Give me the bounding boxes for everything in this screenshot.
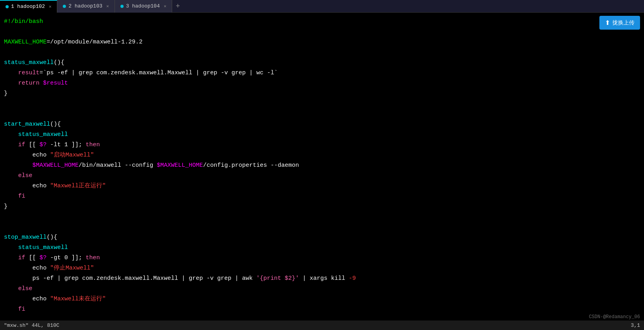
code-line-27: else <box>4 284 644 294</box>
tab-close-3[interactable]: ✕ <box>164 4 167 9</box>
upload-button[interactable]: ⬆ 拢换上传 <box>599 16 640 30</box>
code-line-2 <box>4 27 644 37</box>
code-line-16: else <box>4 171 644 181</box>
tab-hadoop104[interactable]: 3 hadoop104 ✕ <box>115 0 172 13</box>
code-line-13: if [[ $? -lt 1 ]]; then <box>4 140 644 150</box>
code-line-25: echo "停止Maxwell" <box>4 263 644 273</box>
code-line-1: #!/bin/bash <box>4 17 644 27</box>
tab-add-button[interactable]: + <box>172 0 183 13</box>
code-line-21 <box>4 222 644 232</box>
code-line-24: if [[ $? -gt 0 ]]; then <box>4 253 644 263</box>
tab-dot-1 <box>6 5 9 8</box>
status-position: 3,1 <box>631 322 640 328</box>
code-line-20 <box>4 212 644 222</box>
code-line-6: result=`ps -ef | grep com.zendesk.maxwel… <box>4 68 644 78</box>
code-line-3: MAXWELL_HOME=/opt/module/maxwell-1.29.2 <box>4 37 644 47</box>
code-line-5: status_maxwell(){ <box>4 58 644 68</box>
code-line-29: fi <box>4 304 644 315</box>
code-line-28: echo "Maxwell未在运行" <box>4 294 644 304</box>
status-file-info: "mxw.sh" 44L, 810C <box>4 322 59 328</box>
tab-bar: 1 hadoop102 ✕ 2 hadoop103 ✕ 3 hadoop104 … <box>0 0 644 13</box>
code-line-11: start_maxwell(){ <box>4 119 644 130</box>
code-line-7: return $result <box>4 78 644 89</box>
tab-dot-3 <box>120 5 124 8</box>
code-line-17: echo "Maxwell正在运行" <box>4 181 644 191</box>
status-bar: "mxw.sh" 44L, 810C 3,1 <box>0 321 644 330</box>
code-line-12: status_maxwell <box>4 130 644 140</box>
code-area: #!/bin/bash MAXWELL_HOME=/opt/module/max… <box>0 13 644 321</box>
code-line-10 <box>4 109 644 119</box>
upload-label: 拢换上传 <box>612 19 635 26</box>
code-line-8: } <box>4 89 644 99</box>
tab-close-1[interactable]: ✕ <box>49 4 52 9</box>
tab-hadoop103[interactable]: 2 hadoop103 ✕ <box>57 0 115 13</box>
tab-label-3: 3 hadoop104 <box>126 3 160 9</box>
watermark: CSDN-@Redamancy_06 <box>589 314 640 320</box>
code-line-23: status_maxwell <box>4 243 644 253</box>
code-line-18: fi <box>4 191 644 202</box>
code-line-14: echo "启动Maxwell" <box>4 150 644 160</box>
code-line-4 <box>4 47 644 58</box>
upload-icon: ⬆ <box>605 19 610 26</box>
code-line-26: ps -ef | grep com.zendesk.maxwell.Maxwel… <box>4 273 644 284</box>
code-line-15: $MAXWELL_HOME/bin/maxwell --config $MAXW… <box>4 160 644 171</box>
code-line-19: } <box>4 202 644 212</box>
tab-hadoop102[interactable]: 1 hadoop102 ✕ <box>0 0 57 13</box>
tab-label-2: 2 hadoop103 <box>68 3 102 9</box>
tab-dot-2 <box>63 5 66 8</box>
code-line-22: stop_maxwell(){ <box>4 232 644 243</box>
code-line-9 <box>4 99 644 109</box>
tab-label-1: 1 hadoop102 <box>11 4 45 9</box>
tab-close-2[interactable]: ✕ <box>106 4 109 9</box>
